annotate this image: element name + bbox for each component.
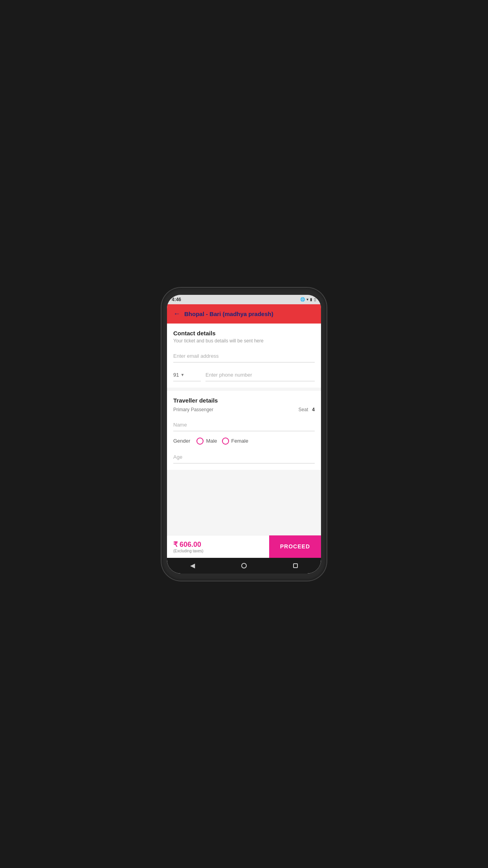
traveller-title-row: Traveller details [173,397,315,404]
top-header: ← Bhopal - Bari (madhya pradesh) [167,304,321,324]
bottom-bar: ₹ 606.00 (Excluding taxes) PROCEED [167,535,321,558]
price-section: ₹ 606.00 (Excluding taxes) [167,535,269,558]
passenger-label: Primary Passenger [173,407,213,412]
male-label: Male [206,438,217,444]
status-bar: 4:46 🌐 ▾ ▮ ▯ [167,295,321,304]
email-input[interactable] [173,350,315,362]
contact-details-subtitle: Your ticket and bus details will be sent… [173,338,315,344]
name-input[interactable] [173,419,315,431]
currency-symbol: ₹ [173,541,178,548]
country-code-selector[interactable]: 91 ▼ [173,372,201,381]
status-time: 4:46 [172,297,181,302]
phone-row: 91 ▼ [173,369,315,381]
traveller-details-section: Traveller details Primary Passenger Seat… [167,391,321,470]
dropdown-arrow-icon: ▼ [180,373,184,377]
traveller-header: Primary Passenger Seat 4 [173,407,315,412]
female-label: Female [231,438,248,444]
world-icon: 🌐 [300,297,305,302]
back-button[interactable]: ← [173,310,180,318]
price-note: (Excluding taxes) [173,549,263,553]
status-icons: 🌐 ▾ ▮ ▯ [300,297,316,302]
route-title: Bhopal - Bari (madhya pradesh) [184,311,273,317]
contact-details-section: Contact details Your ticket and bus deta… [167,324,321,388]
gender-label: Gender [173,438,190,444]
proceed-button[interactable]: PROCEED [269,535,321,558]
seat-number: 4 [312,407,315,412]
battery-icon: ▯ [314,297,316,302]
price-value: 606.00 [180,541,201,548]
country-code-text: 91 [173,372,179,378]
home-nav-button[interactable] [241,563,247,568]
phone-input[interactable] [205,369,315,381]
phone-screen: 4:46 🌐 ▾ ▮ ▯ ← Bhopal - Bari (madhya pra… [167,295,321,574]
gender-row: Gender Male Female [173,438,315,445]
traveller-details-title: Traveller details [173,397,315,404]
signal-icon: ▮ [310,297,312,302]
seat-label: Seat [299,407,308,412]
gender-male-option[interactable]: Male [196,438,217,445]
content-spacer [167,470,321,493]
male-radio-button[interactable] [196,438,204,445]
seat-info: Seat 4 [299,407,315,412]
contact-details-title: Contact details [173,330,315,337]
age-input[interactable] [173,451,315,463]
android-nav-bar: ◀ [167,558,321,574]
recents-nav-button[interactable] [293,563,298,568]
female-radio-button[interactable] [222,438,229,445]
wifi-icon: ▾ [306,297,308,302]
phone-frame: 4:46 🌐 ▾ ▮ ▯ ← Bhopal - Bari (madhya pra… [161,288,327,581]
price-amount: ₹ 606.00 [173,540,263,549]
main-content: Contact details Your ticket and bus deta… [167,324,321,535]
gender-female-option[interactable]: Female [222,438,248,445]
back-nav-button[interactable]: ◀ [190,562,195,569]
